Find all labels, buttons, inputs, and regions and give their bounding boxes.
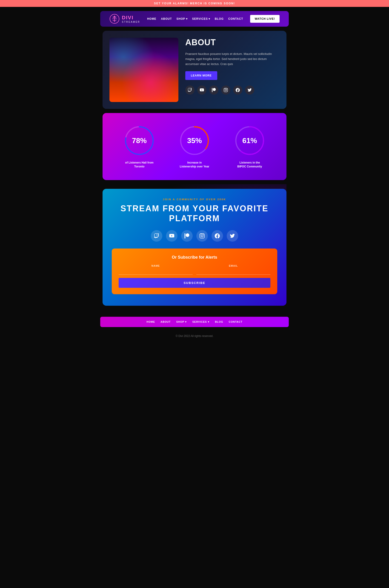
twitch-icon[interactable]	[185, 85, 194, 95]
about-content: ABOUT Praesent faucibus posuere turpis e…	[185, 38, 280, 95]
stream-facebook-icon[interactable]	[212, 230, 223, 242]
facebook-icon[interactable]	[233, 85, 242, 95]
stream-subtitle: JOIN A COMMUNITY OF OVER 200K	[112, 198, 277, 201]
about-title: ABOUT	[185, 38, 280, 47]
instagram-icon[interactable]	[221, 85, 230, 95]
stat-item-3: 61% Listeners in the BIPOC Community	[234, 124, 266, 168]
patreon-icon[interactable]	[209, 85, 218, 95]
nav-about[interactable]: ABOUT	[161, 17, 172, 20]
stat-value-3: 61%	[242, 137, 257, 145]
stat-item-1: 78% of Listeners Hail from Toronto	[123, 124, 155, 168]
stream-social-icons	[112, 230, 277, 242]
footer-nav-blog[interactable]: BLOG	[215, 320, 223, 323]
about-section: ABOUT Praesent faucibus posuere turpis e…	[102, 31, 287, 109]
subscribe-box: Or Subscribe for Alerts NAME EMAIL SUBSC…	[112, 249, 277, 294]
footer-nav: HOME ABOUT SHOP ▾ SERVICES ▾ BLOG CONTAC…	[100, 317, 289, 327]
stream-section-wrapper: JOIN A COMMUNITY OF OVER 200K STREAM FRO…	[102, 184, 287, 313]
watch-live-button[interactable]: WATCH LIVE!	[250, 15, 280, 23]
footer-nav-services[interactable]: SERVICES ▾	[192, 320, 209, 323]
nav-services[interactable]: SERVICES ▾	[192, 17, 210, 20]
about-image	[109, 38, 178, 102]
stream-section: JOIN A COMMUNITY OF OVER 200K STREAM FRO…	[102, 189, 287, 306]
footer-nav-about[interactable]: ABOUT	[161, 320, 171, 323]
name-field-group: NAME	[119, 264, 193, 275]
name-label: NAME	[119, 264, 193, 267]
copyright: © Divi 2022 All rights reserved.	[0, 331, 389, 342]
logo-divi: DIVI	[122, 15, 140, 21]
logo-streamer: STREAMER	[122, 21, 140, 23]
stat-value-1: 78%	[132, 137, 147, 145]
stat-circle-1: 78%	[123, 124, 155, 157]
stat-label-1: of Listeners Hail from Toronto	[124, 161, 154, 168]
stat-circle-2: 35%	[178, 124, 211, 157]
email-field-group: EMAIL	[196, 264, 270, 275]
stat-label-2: Increase in Listenership over Year	[180, 161, 209, 168]
nav-blog[interactable]: BLOG	[215, 17, 224, 20]
stat-label-3: Listeners in the BIPOC Community	[235, 161, 265, 168]
services-dropdown-icon: ▾	[209, 17, 210, 20]
youtube-icon[interactable]	[197, 85, 206, 95]
learn-more-button[interactable]: LEARN MORE	[185, 71, 217, 80]
stream-twitter-icon[interactable]	[227, 230, 238, 242]
logo-text: DIVI STREAMER	[122, 15, 140, 23]
nav-contact[interactable]: CONTACT	[228, 17, 243, 20]
footer-nav-shop[interactable]: SHOP ▾	[176, 320, 187, 323]
email-input[interactable]	[196, 268, 270, 275]
twitter-icon[interactable]	[245, 85, 254, 95]
stream-twitch-icon[interactable]	[151, 230, 162, 242]
footer-shop-dropdown-icon: ▾	[185, 320, 187, 323]
banner-text: SET YOUR ALARMS! MERCH IS COMING SOON!	[154, 2, 235, 5]
footer-nav-home[interactable]: HOME	[146, 320, 155, 323]
stream-youtube-icon[interactable]	[166, 230, 177, 242]
subscribe-fields: NAME EMAIL	[119, 264, 270, 275]
stats-section: 78% of Listeners Hail from Toronto 35% I…	[102, 113, 287, 180]
main-content: ABOUT Praesent faucibus posuere turpis e…	[100, 31, 289, 313]
footer-nav-contact[interactable]: CONTACT	[229, 320, 243, 323]
nav-home[interactable]: HOME	[147, 17, 156, 20]
main-nav: HOME ABOUT SHOP ▾ SERVICES ▾ BLOG CONTAC…	[147, 17, 243, 20]
nav-shop[interactable]: SHOP ▾	[177, 17, 188, 20]
stat-item-2: 35% Increase in Listenership over Year	[178, 124, 211, 168]
footer-services-dropdown-icon: ▾	[208, 320, 209, 323]
subscribe-title: Or Subscribe for Alerts	[119, 255, 270, 260]
stat-circle-3: 61%	[234, 124, 266, 157]
logo-icon	[109, 14, 120, 24]
shop-dropdown-icon: ▾	[186, 17, 188, 20]
stream-instagram-icon[interactable]	[196, 230, 208, 242]
subscribe-button[interactable]: SUBSCRIBE	[119, 278, 270, 288]
about-image-visual	[109, 38, 178, 102]
about-text: Praesent faucibus posuere turpis et dict…	[185, 52, 280, 67]
about-social-icons	[185, 85, 280, 95]
header: DIVI STREAMER HOME ABOUT SHOP ▾ SERVICES…	[100, 11, 289, 27]
top-banner: SET YOUR ALARMS! MERCH IS COMING SOON!	[0, 0, 389, 7]
name-input[interactable]	[119, 268, 193, 275]
logo: DIVI STREAMER	[109, 14, 140, 24]
email-label: EMAIL	[196, 264, 270, 267]
stream-patreon-icon[interactable]	[181, 230, 193, 242]
footer-nav-items: HOME ABOUT SHOP ▾ SERVICES ▾ BLOG CONTAC…	[104, 320, 285, 323]
stat-value-2: 35%	[187, 137, 202, 145]
stream-title: STREAM FROM YOUR FAVORITE PLATFORM	[112, 203, 277, 223]
